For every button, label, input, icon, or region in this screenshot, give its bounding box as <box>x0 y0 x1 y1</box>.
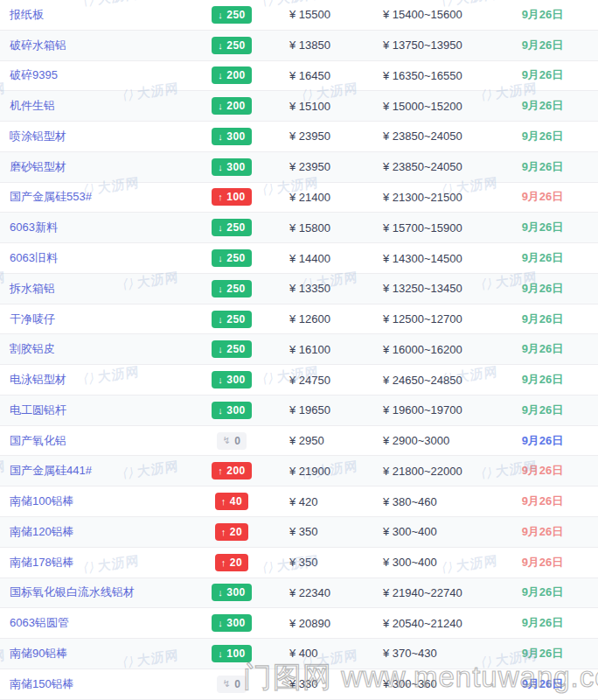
change-arrow-icon: ↓ <box>218 40 223 51</box>
price-quotes-page: 报纸板 ↓ 250 ¥ 15500 ¥ 15400~15600 9月26日 破碎… <box>0 0 598 700</box>
change-cell: ↯ 0 <box>201 676 262 693</box>
quote-date: 9月26日 <box>503 312 598 327</box>
change-badge: ↓ 250 <box>212 6 252 24</box>
price-value: ¥ 23950 <box>262 130 376 143</box>
change-cell: ↓ 250 <box>201 6 262 24</box>
table-row: 破碎水箱铝 ↓ 250 ¥ 13850 ¥ 13750~13950 9月26日 <box>0 31 598 61</box>
price-value: ¥ 350 <box>262 556 376 569</box>
table-row: 6063旧料 ↓ 250 ¥ 14400 ¥ 14300~14500 9月26日 <box>0 243 598 274</box>
change-badge: ↓ 250 <box>212 219 252 236</box>
change-value: 300 <box>226 404 246 416</box>
price-value: ¥ 2950 <box>262 434 376 447</box>
product-name-link[interactable]: 喷涂铝型材 <box>0 129 201 144</box>
product-name-link[interactable]: 破碎水箱铝 <box>0 38 201 53</box>
product-name-link[interactable]: 南储150铝棒 <box>0 676 201 692</box>
product-name-link[interactable]: 南储100铝棒 <box>0 494 201 509</box>
change-badge: ↑ 20 <box>215 554 248 571</box>
price-range: ¥ 15400~15600 <box>376 8 503 21</box>
price-range: ¥ 21940~22740 <box>376 586 503 599</box>
change-badge: ↑ 100 <box>212 188 252 206</box>
product-name-link[interactable]: 电泳铝型材 <box>0 372 201 388</box>
price-value: ¥ 21400 <box>262 191 376 204</box>
price-value: ¥ 330 <box>262 677 376 690</box>
product-name-link[interactable]: 南储120铝棒 <box>0 524 201 540</box>
product-name-link[interactable]: 国标氧化银白流水线铝材 <box>0 584 201 600</box>
change-badge: ↓ 300 <box>212 371 252 388</box>
change-cell: ↓ 300 <box>201 614 262 632</box>
change-cell: ↑ 20 <box>201 523 262 541</box>
change-cell: ↓ 250 <box>201 37 262 54</box>
change-arrow-icon: ↓ <box>218 374 223 385</box>
quote-date: 9月26日 <box>503 98 598 114</box>
price-value: ¥ 16100 <box>262 343 376 356</box>
change-arrow-icon: ↓ <box>218 618 223 628</box>
change-arrow-icon: ↓ <box>218 131 223 142</box>
change-cell: ↓ 200 <box>201 97 262 115</box>
price-range: ¥ 15700~15900 <box>376 221 503 234</box>
product-name-link[interactable]: 6063旧料 <box>0 250 201 266</box>
price-range: ¥ 12500~12700 <box>376 312 503 326</box>
price-range: ¥ 21300~21500 <box>376 191 503 204</box>
change-cell: ↓ 100 <box>201 645 262 662</box>
change-arrow-icon: ↓ <box>218 162 223 172</box>
product-name-link[interactable]: 6063新料 <box>0 220 201 235</box>
change-arrow-icon: ↓ <box>218 101 223 111</box>
product-name-link[interactable]: 南储90铝棒 <box>0 646 201 662</box>
price-range: ¥ 370~430 <box>376 647 503 660</box>
price-value: ¥ 23950 <box>262 160 376 173</box>
change-badge: ↓ 100 <box>212 645 252 662</box>
product-name-link[interactable]: 南储178铝棒 <box>0 555 201 570</box>
change-badge: ↓ 250 <box>212 311 252 328</box>
table-row: 报纸板 ↓ 250 ¥ 15500 ¥ 15400~15600 9月26日 <box>0 0 598 31</box>
product-name-link[interactable]: 破碎9395 <box>0 67 201 83</box>
price-range: ¥ 300~400 <box>376 525 503 538</box>
change-badge: ↑ 20 <box>215 523 248 541</box>
table-row: 割胶铝皮 ↓ 250 ¥ 16100 ¥ 16000~16200 9月26日 <box>0 334 598 365</box>
change-value: 0 <box>234 678 240 690</box>
product-name-link[interactable]: 报纸板 <box>0 7 201 23</box>
price-value: ¥ 13350 <box>262 282 376 295</box>
product-name-link[interactable]: 磨砂铝型材 <box>0 159 201 175</box>
change-value: 250 <box>226 252 246 264</box>
change-badge: ↓ 300 <box>212 402 252 419</box>
table-row: 磨砂铝型材 ↓ 300 ¥ 23950 ¥ 23850~24050 9月26日 <box>0 152 598 183</box>
price-value: ¥ 13850 <box>262 38 376 52</box>
change-value: 250 <box>226 343 246 355</box>
change-arrow-icon: ↓ <box>218 344 223 354</box>
product-name-link[interactable]: 机件生铝 <box>0 98 201 114</box>
price-range: ¥ 2900~3000 <box>376 434 503 447</box>
price-value: ¥ 350 <box>262 525 376 538</box>
change-value: 200 <box>226 465 246 477</box>
change-arrow-icon: ↓ <box>218 405 223 416</box>
change-cell: ↓ 300 <box>201 402 262 419</box>
product-name-link[interactable]: 6063铝圆管 <box>0 615 201 631</box>
price-range: ¥ 13750~13950 <box>376 38 503 52</box>
price-range: ¥ 380~460 <box>376 495 503 508</box>
change-value: 300 <box>226 617 246 629</box>
product-name-link[interactable]: 干净唛仔 <box>0 312 201 327</box>
table-row: 拆水箱铝 ↓ 250 ¥ 13350 ¥ 13250~13450 9月26日 <box>0 274 598 304</box>
change-badge: ↓ 300 <box>212 128 252 145</box>
table-row: 国产氧化铝 ↯ 0 ¥ 2950 ¥ 2900~3000 9月26日 <box>0 426 598 457</box>
quote-date: 9月26日 <box>503 584 598 600</box>
table-row: 南储100铝棒 ↑ 40 ¥ 420 ¥ 380~460 9月26日 <box>0 486 598 517</box>
change-badge: ↓ 300 <box>212 614 252 632</box>
quote-date: 9月26日 <box>503 494 598 509</box>
change-value: 200 <box>226 100 246 112</box>
price-range: ¥ 21800~22000 <box>376 465 503 478</box>
quote-date: 9月26日 <box>503 646 598 662</box>
product-name-link[interactable]: 电工圆铝杆 <box>0 402 201 418</box>
change-cell: ↑ 100 <box>201 188 262 206</box>
quote-date: 9月26日 <box>503 372 598 388</box>
table-row: 6063铝圆管 ↓ 300 ¥ 20890 ¥ 20540~21240 9月26… <box>0 608 598 639</box>
change-value: 250 <box>226 9 246 21</box>
product-name-link[interactable]: 国产氧化铝 <box>0 433 201 449</box>
change-value: 300 <box>226 586 246 598</box>
price-value: ¥ 15500 <box>262 8 376 21</box>
product-name-link[interactable]: 国产金属硅553# <box>0 189 201 205</box>
product-name-link[interactable]: 国产金属硅441# <box>0 463 201 479</box>
quote-date: 9月26日 <box>503 189 598 205</box>
product-name-link[interactable]: 拆水箱铝 <box>0 281 201 297</box>
table-row: 南储90铝棒 ↓ 100 ¥ 400 ¥ 370~430 9月26日 <box>0 639 598 669</box>
product-name-link[interactable]: 割胶铝皮 <box>0 341 201 357</box>
